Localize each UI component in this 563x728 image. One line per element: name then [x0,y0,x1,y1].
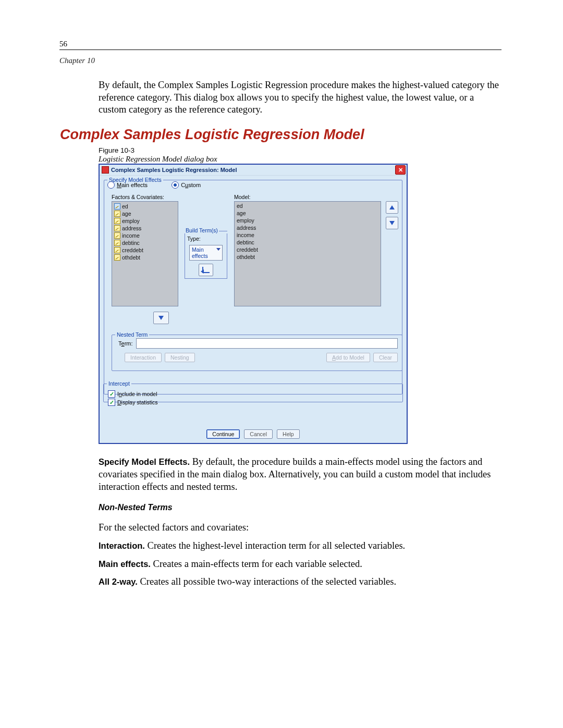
include-in-model-checkbox[interactable] [108,390,115,398]
arrow-down-icon [389,221,395,225]
covariate-icon [114,218,120,224]
page: 56 Chapter 10 By default, the Complex Sa… [0,0,563,728]
interaction-row: Interaction. Creates the highest-level i… [99,539,500,552]
section-heading: Complex Samples Logistic Regression Mode… [60,127,364,143]
intercept-legend: Intercept [107,380,131,387]
cancel-button[interactable]: Cancel [244,429,273,439]
main-effects-row: Main effects. Creates a main-effects ter… [99,558,500,570]
build-terms-legend: Build Term(s) [185,227,219,233]
arrow-down-icon [158,316,164,320]
model-label: Model: [234,194,251,200]
model-item[interactable]: ed [236,203,380,210]
non-nested-terms-heading: Non-Nested Terms [99,503,173,512]
dialog-title: Complex Samples Logistic Regression: Mod… [111,167,395,173]
continue-button[interactable]: Continue [206,429,240,439]
main-effects-radio-label: Main effects [117,182,148,188]
factors-item-label: age [122,211,131,217]
factors-item[interactable]: ed [113,203,177,210]
close-icon[interactable]: ✕ [395,165,406,175]
covariate-icon [114,211,120,217]
factors-item-label: debtinc [122,240,140,246]
add-term-button[interactable] [199,264,213,276]
include-in-model-label: Include in model [117,391,157,397]
model-item[interactable]: debtinc [236,239,380,246]
factors-item-label: address [122,225,141,231]
specify-model-effects-fieldset: Specify Model Effects Main effects Custo… [104,180,402,394]
covariate-icon [114,240,120,246]
factors-item[interactable]: debtinc [113,239,177,246]
factors-item[interactable]: employ [113,217,177,225]
term-label: Term: [118,340,133,347]
factors-item-label: income [122,232,140,239]
type-select[interactable]: Main effects [189,245,223,261]
enter-arrow-icon [202,267,210,273]
main-effects-radio[interactable]: Main effects [107,181,148,189]
nesting-button[interactable]: Nesting [165,353,195,362]
term-input[interactable] [136,338,398,349]
type-label: Type: [187,236,201,242]
chapter-label: Chapter 10 [59,56,95,65]
covariate-icon [114,247,120,253]
factors-covariates-list[interactable]: edageemployaddressincomedebtinccreddebto… [112,201,178,306]
model-item[interactable]: income [236,232,380,239]
factors-item[interactable]: othdebt [113,254,177,261]
non-nested-intro: For the selected factors and covariates: [99,521,500,534]
build-terms-group: Build Term(s) Type: Main effects [185,227,227,279]
figure-caption: Logistic Regression Model dialog box [99,155,217,164]
interaction-button[interactable]: Interaction [125,353,162,362]
specify-lead: Specify Model Effects. [99,457,190,466]
covariate-icon [114,232,120,239]
model-list[interactable]: edageemployaddressincomedebtinccreddebto… [234,201,381,306]
help-button[interactable]: Help [277,429,300,439]
send-to-nested-button[interactable] [153,312,169,324]
covariate-icon [114,225,120,231]
custom-radio-label: Custom [181,182,201,188]
custom-radio[interactable]: Custom [172,181,201,189]
factors-item-label: creddebt [122,247,143,253]
page-number: 56 [59,40,501,50]
display-statistics-label: Display statistics [117,399,158,405]
nested-term-fieldset: Nested Term Term: Interaction Nesting Ad… [112,335,402,371]
app-icon [102,166,109,174]
intercept-fieldset: Intercept Include in model Display stati… [103,384,403,402]
dialog-titlebar[interactable]: Complex Samples Logistic Regression: Mod… [100,165,407,176]
factors-item-label: ed [122,203,128,209]
factors-item[interactable]: creddebt [113,246,177,254]
factors-item[interactable]: income [113,232,177,239]
covariate-icon [114,254,120,261]
factors-item[interactable]: address [113,225,177,232]
factors-item-label: employ [122,218,140,224]
add-to-model-button[interactable]: Add to Model [326,353,370,362]
model-item[interactable]: creddebt [236,246,380,254]
move-down-button[interactable] [386,217,398,229]
intro-paragraph: By default, the Complex Samples Logistic… [99,79,500,116]
model-item[interactable]: age [236,210,380,217]
factors-item-label: othdebt [122,254,140,261]
display-statistics-checkbox[interactable] [108,399,115,406]
nested-legend: Nested Term [115,331,149,338]
categorical-icon [114,203,120,209]
model-item[interactable]: othdebt [236,254,380,261]
figure-label: Figure 10-3 [99,146,134,154]
logistic-regression-model-dialog: Complex Samples Logistic Regression: Mod… [99,164,408,444]
all-2way-row: All 2-way. Creates all possible two-way … [99,575,500,588]
move-up-button[interactable] [386,201,398,214]
model-item[interactable]: address [236,225,380,232]
clear-button[interactable]: Clear [373,353,398,362]
model-item[interactable]: employ [236,217,380,225]
factors-covariates-label: Factors & Covariates: [112,194,164,200]
factors-item[interactable]: age [113,210,177,217]
arrow-up-icon [389,205,395,209]
specify-model-effects-paragraph: Specify Model Effects. By default, the p… [99,455,500,493]
